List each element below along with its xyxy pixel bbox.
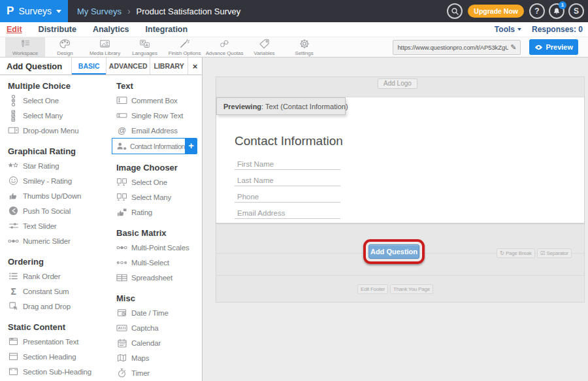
- add-logo-button[interactable]: Add Logo: [378, 78, 417, 89]
- panel-tab-advanced[interactable]: ADVANCED: [106, 58, 150, 75]
- page-break-button[interactable]: ↻Page Break: [497, 248, 535, 258]
- question-type-text-slider[interactable]: Text Slider: [8, 218, 107, 233]
- add-question-panel: Add Question BASICADVANCEDLIBRARY × Mult…: [0, 58, 203, 381]
- question-type-email-address[interactable]: @Email Address: [116, 123, 200, 138]
- finish-options-icon: [179, 39, 190, 49]
- toolbar-media-library[interactable]: Media Library: [85, 37, 125, 57]
- breadcrumb-my-surveys[interactable]: My Surveys: [77, 7, 122, 16]
- edit-url-icon[interactable]: ✎: [510, 43, 516, 52]
- nav-tab-integration[interactable]: Integration: [146, 25, 188, 34]
- app-menu[interactable]: P Surveys: [0, 0, 68, 22]
- add-question-button[interactable]: Add Question: [368, 244, 419, 259]
- category-heading: Basic Matrix: [116, 228, 200, 238]
- text-slider-icon: [8, 222, 19, 230]
- toolbar-languages[interactable]: Languages: [125, 37, 165, 57]
- toolbar-workspace[interactable]: Workspace: [5, 37, 45, 57]
- question-category-basic-matrix: Basic MatrixMulti-Point ScalesMulti-Sele…: [116, 228, 200, 285]
- numeric-slider-icon: [8, 238, 19, 244]
- question-type-push-to-social[interactable]: Push To Social: [8, 203, 107, 218]
- question-type-comment-box[interactable]: Comment Box: [116, 93, 200, 108]
- question-category-graphical-rating: Graphical RatingStar RatingSmiley - Rati…: [8, 146, 107, 248]
- question-type-presentation-text[interactable]: Presentation Text: [8, 334, 107, 349]
- toolbar-settings[interactable]: Settings: [284, 37, 324, 57]
- input-field-last-name[interactable]: Last Name: [235, 176, 340, 186]
- question-type-rank-order[interactable]: Rank Order: [8, 269, 107, 284]
- question-type-select-one[interactable]: Select One: [8, 93, 107, 108]
- calendar-icon: [116, 339, 127, 348]
- input-field-first-name[interactable]: First Name: [235, 160, 340, 170]
- edit-footer-button[interactable]: Edit Footer: [357, 284, 388, 294]
- section-sub-heading-icon: [8, 367, 19, 376]
- image-rating-icon: [116, 208, 127, 216]
- question-category-static-content: Static ContentPresentation TextSection H…: [8, 322, 107, 379]
- question-type-smiley-rating[interactable]: Smiley - Rating: [8, 173, 107, 188]
- responses-count[interactable]: Responses: 0: [532, 25, 583, 34]
- question-type-drag-and-drop[interactable]: Drag and Drop: [8, 299, 107, 314]
- presentation-text-icon: [8, 337, 19, 346]
- question-type-section-heading[interactable]: Section Heading: [8, 349, 107, 364]
- app-menu-label: Surveys: [18, 6, 52, 16]
- panel-tab-library[interactable]: LIBRARY: [150, 58, 188, 75]
- upgrade-now-button[interactable]: Upgrade Now: [468, 5, 524, 18]
- spreadsheet-icon: [116, 274, 127, 282]
- question-type-maps[interactable]: Maps: [116, 350, 200, 365]
- separator-button[interactable]: ☑Separator: [537, 248, 572, 258]
- notifications-button[interactable]: 1: [549, 3, 564, 19]
- search-button[interactable]: [447, 3, 463, 19]
- question-type-date-time[interactable]: Date / Time: [116, 305, 200, 320]
- question-type-section-sub-heading[interactable]: Section Sub-Heading: [8, 364, 107, 379]
- question-type-numeric-slider[interactable]: Numeric Slider: [8, 233, 107, 248]
- add-contact-information-button[interactable]: +: [185, 138, 197, 154]
- question-type-calendar[interactable]: Calendar: [116, 335, 200, 350]
- question-category-multiple-choice: Multiple ChoiceSelect OneSelect ManyDrop…: [8, 81, 107, 138]
- question-type-contact-information[interactable]: Contact Information+: [112, 138, 186, 154]
- question-type-captcha[interactable]: Captcha: [116, 320, 200, 335]
- help-button[interactable]: ?: [529, 3, 545, 19]
- question-type-select-many[interactable]: Select Many: [116, 190, 200, 205]
- tools-menu[interactable]: Tools: [495, 25, 521, 34]
- survey-url-input[interactable]: https://www.questionpro.com/t/AP53kZgUI …: [393, 40, 521, 55]
- section-heading-icon: [8, 352, 19, 361]
- question-type-rating[interactable]: Rating: [116, 205, 200, 220]
- question-type-multi-point-scales[interactable]: Multi-Point Scales: [116, 240, 200, 255]
- question-type-select-one[interactable]: Select One: [116, 174, 200, 190]
- workspace-icon: [20, 39, 31, 49]
- questionpro-survey-editor: P Surveys My Surveys › Product Satisfact…: [0, 0, 588, 381]
- question-type-timer[interactable]: Timer: [116, 365, 200, 380]
- single-row-text-icon: [116, 111, 127, 120]
- push-social-icon: [8, 206, 19, 216]
- toolbar-design[interactable]: Design: [45, 37, 85, 57]
- question-type-spreadsheet[interactable]: Spreadsheet: [116, 270, 200, 285]
- panel-tab-basic[interactable]: BASIC: [71, 58, 106, 75]
- question-type-constant-sum[interactable]: ΣConstant Sum: [8, 284, 107, 299]
- dropdown-icon: [8, 126, 19, 135]
- question-type-star-rating[interactable]: Star Rating: [8, 158, 107, 173]
- close-panel-button[interactable]: ×: [188, 58, 202, 75]
- question-category-text: TextComment BoxSingle Row Text@Email Add…: [116, 81, 200, 154]
- timer-icon: [116, 368, 127, 378]
- account-avatar[interactable]: S: [568, 3, 584, 19]
- preview-button[interactable]: Preview: [529, 39, 578, 55]
- nav-tab-distribute[interactable]: Distribute: [39, 25, 76, 34]
- constant-sum-icon: Σ: [8, 287, 19, 296]
- toolbar-variables[interactable]: Variables: [244, 37, 284, 57]
- thumbs-icon: [8, 191, 19, 201]
- question-type-multi-select[interactable]: Multi-Select: [116, 255, 200, 270]
- input-field-phone[interactable]: Phone: [235, 193, 340, 203]
- toolbar-finish-options[interactable]: Finish Options: [165, 37, 204, 57]
- question-type-thumbs-up-down[interactable]: Thumbs Up/Down: [8, 188, 107, 203]
- thank-you-page-button[interactable]: Thank You Page: [390, 284, 433, 294]
- category-heading: Multiple Choice: [8, 81, 107, 91]
- input-field-email-address[interactable]: Email Address: [235, 209, 340, 219]
- toolbar-advance-quotas[interactable]: Advance Quotas: [204, 37, 244, 57]
- question-type-single-row-text[interactable]: Single Row Text: [116, 108, 200, 123]
- nav-tab-edit[interactable]: Edit: [7, 25, 22, 34]
- nav-tab-analytics[interactable]: Analytics: [93, 25, 129, 34]
- star-rating-icon: [8, 162, 19, 170]
- multi-point-scales-icon: [116, 244, 127, 251]
- media-library-icon: [99, 39, 110, 49]
- chevron-down-icon: [517, 28, 521, 31]
- question-type-drop-down-menu[interactable]: Drop-down Menu: [8, 123, 107, 138]
- check-list-icon: [8, 110, 19, 122]
- question-type-select-many[interactable]: Select Many: [8, 108, 107, 123]
